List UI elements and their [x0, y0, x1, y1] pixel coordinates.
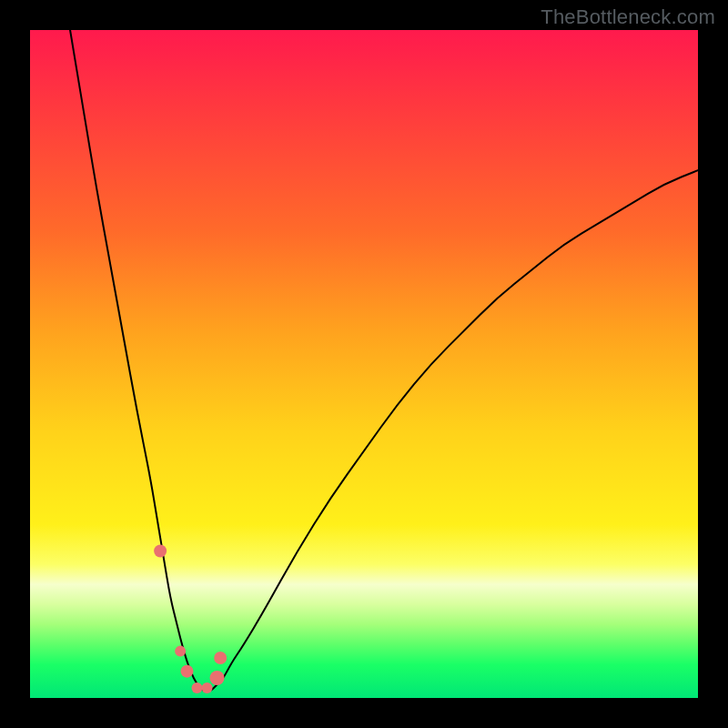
curve-marker [202, 682, 213, 693]
bottleneck-curve-svg [30, 30, 698, 698]
bottleneck-curve [70, 30, 698, 692]
curve-marker [154, 545, 167, 558]
curve-marker [210, 671, 225, 685]
curve-marker [175, 646, 186, 657]
curve-marker [180, 665, 193, 678]
curve-marker [192, 682, 203, 693]
plot-area [30, 30, 698, 698]
chart-frame: TheBottleneck.com [0, 0, 728, 728]
curve-marker [214, 652, 227, 664]
watermark-text: TheBottleneck.com [541, 5, 715, 29]
